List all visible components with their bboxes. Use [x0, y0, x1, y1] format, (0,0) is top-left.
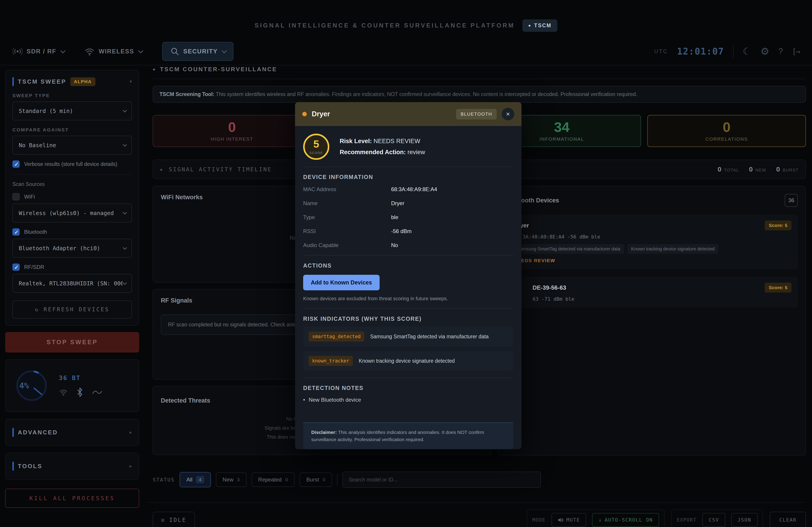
bluetooth-checkbox[interactable]: [12, 228, 20, 236]
clock-time: 12:01:07: [677, 46, 724, 57]
logout-icon[interactable]: [→: [792, 48, 799, 55]
nav-wireless-label: WIRELESS: [99, 48, 134, 55]
statusbar-controls: MODE MUTE ↓ AUTO-SCROLL ON EXPORT CSV JS…: [527, 509, 806, 527]
sweep-progress-card: 4% 36 BT: [5, 359, 139, 412]
filter-repeated[interactable]: Repeated 0: [251, 472, 295, 487]
export-json-button[interactable]: JSON: [731, 513, 758, 527]
search-input[interactable]: [343, 471, 541, 488]
device-score-badge: Score: 5: [765, 283, 792, 292]
score-caption: SCORE: [309, 151, 323, 155]
filter-all[interactable]: All 4: [179, 472, 211, 487]
sweep-type-select[interactable]: Standard (5 min): [12, 102, 132, 120]
stat-label: INFORMATIONAL: [539, 136, 584, 142]
indicator-text: Known tracking device signature detected: [359, 358, 455, 364]
verbose-checkbox[interactable]: [12, 161, 20, 168]
risk-level-label: Risk Level:: [340, 138, 372, 145]
kill-all-processes-button[interactable]: KILL ALL PROCESSES: [5, 489, 139, 508]
filter-label: Burst: [306, 477, 319, 483]
top-banner: SIGNAL INTELLIGENCE & COUNTER SURVEILLAN…: [0, 19, 812, 32]
wifi-adapter-value: Wireless (wlp61s0) - managed: [19, 210, 114, 216]
bullet-icon: •: [303, 397, 305, 403]
accent-bar: [12, 428, 14, 437]
bluetooth-source-row[interactable]: Bluetooth: [12, 228, 132, 236]
device-type-badge: BLUETOOTH: [456, 109, 497, 119]
modal-disclaimer-text: This analysis identifies indicators and …: [311, 430, 484, 442]
filter-burst[interactable]: Burst 0: [300, 472, 332, 487]
tscm-sweep-header[interactable]: TSCM SWEEP ALPHA ▾: [12, 77, 132, 86]
nav-wireless[interactable]: WIRELESS: [84, 47, 142, 56]
advanced-header[interactable]: ADVANCED ▸: [12, 428, 132, 437]
bluetooth-devices-panel: Bluetooth Devices 36 Dryer Score: 5 68:3…: [498, 186, 806, 455]
counter-new-value: 0: [749, 165, 753, 173]
nav-sdr-rf[interactable]: SDR / RF: [13, 46, 64, 56]
modal-disclaimer-bold: Disclaimer:: [311, 430, 337, 435]
info-label: RSSI: [303, 228, 391, 235]
expand-caret-icon[interactable]: ▸: [129, 463, 132, 469]
compare-against-value: No Baseline: [19, 142, 56, 149]
sweep-type-label: SWEEP TYPE: [12, 93, 132, 98]
help-icon[interactable]: ?: [778, 47, 783, 56]
rfsdr-device-select[interactable]: Realtek, RTL2838UHIDIR (SN: 0000: [12, 274, 132, 293]
filter-label: Repeated: [258, 477, 282, 483]
modal-body: 5 SCORE Risk Level: NEEDS REVIEW Recomme…: [295, 126, 521, 449]
device-information-rows: MAC Address68:3A:48:A9:8E:A4 NameDryer T…: [303, 186, 513, 249]
tools-panel: TOOLS ▸: [5, 453, 139, 480]
bluetooth-adapter-select[interactable]: Bluetooth Adapter (hci0): [12, 239, 132, 258]
refresh-devices-button[interactable]: ↻ REFRESH DEVICES: [12, 300, 132, 318]
export-label: EXPORT: [677, 517, 697, 523]
wifi-checkbox[interactable]: [12, 193, 20, 200]
accent-bar: [12, 77, 14, 86]
tscm-dot-icon: ●: [528, 23, 532, 28]
filter-new[interactable]: New 3: [216, 472, 247, 487]
search-icon: [170, 47, 179, 56]
device-detail-modal: Dryer BLUETOOTH × 5 SCORE Risk Level: NE…: [295, 102, 521, 449]
accent-bar: [12, 462, 14, 471]
chevron-down-icon: [222, 48, 227, 54]
page-title: TSCM COUNTER-SURVEILLANCE: [160, 66, 277, 73]
export-csv-button[interactable]: CSV: [702, 513, 725, 527]
autoscroll-toggle[interactable]: ↓ AUTO-SCROLL ON: [592, 513, 659, 527]
disclaimer-bold: TSCM Screening Tool:: [159, 91, 215, 97]
clear-button[interactable]: CLEAR: [770, 512, 806, 527]
nav-security[interactable]: SECURITY: [162, 42, 234, 61]
device-row-2[interactable]: DE-39-56-63 Score: 5 63 -71 dBm ble: [506, 277, 798, 308]
detection-notes-title: DETECTION NOTES: [303, 385, 513, 391]
verbose-label: Verbose results (store full device detai…: [24, 161, 117, 167]
collapse-caret-icon[interactable]: ▾: [129, 79, 132, 85]
filter-count: 4: [196, 476, 204, 483]
status-filter-label: STATUS: [153, 477, 175, 483]
chevron-down-icon: [123, 281, 127, 285]
modal-header: Dryer BLUETOOTH ×: [295, 102, 521, 126]
dark-mode-moon-icon[interactable]: ☾: [742, 46, 751, 56]
indicator-tag: smarttag_detected: [308, 332, 364, 342]
expand-caret-icon[interactable]: ▸: [129, 430, 132, 435]
tscm-sweep-panel: TSCM SWEEP ALPHA ▾ SWEEP TYPE Standard (…: [5, 70, 139, 326]
disclaimer-text: This system identifies wireless and RF a…: [215, 91, 637, 97]
stop-sweep-button[interactable]: STOP SWEEP: [5, 332, 139, 352]
filter-label: New: [223, 477, 233, 483]
indicator-text: Samsung SmartTag detected via manufactur…: [370, 334, 489, 340]
mute-button[interactable]: MUTE: [551, 513, 586, 527]
stat-high-interest: 0 HIGH INTEREST: [153, 115, 311, 147]
verbose-checkbox-row[interactable]: Verbose results (store full device detai…: [12, 161, 132, 168]
wifi-adapter-select[interactable]: Wireless (wlp61s0) - managed: [12, 204, 132, 223]
timeline-counters: 0TOTAL 0NEW 0BURST: [718, 165, 799, 173]
info-value-rssi: -56 dBm: [391, 228, 412, 235]
device-row-dryer[interactable]: Dryer Score: 5 68:3A:48:A9:8E:A4 -56 dBm…: [506, 215, 798, 269]
close-button[interactable]: ×: [502, 108, 514, 120]
timeline-toggle[interactable]: ▸ SIGNAL ACTIVITY TIMELINE: [160, 166, 272, 173]
compare-against-select[interactable]: No Baseline: [12, 136, 132, 155]
nav-divider: [733, 45, 734, 58]
score-value: 5: [313, 139, 319, 149]
wifi-source-row[interactable]: WiFi: [12, 193, 132, 200]
add-to-known-devices-button[interactable]: Add to Known Devices: [303, 275, 380, 290]
tools-header[interactable]: TOOLS ▸: [12, 462, 132, 471]
info-label: MAC Address: [303, 186, 391, 193]
device-tag: Known tracking device signature detected: [627, 244, 718, 254]
rf-wave-icon: [92, 389, 103, 395]
rfsdr-source-row[interactable]: RF/SDR: [12, 264, 132, 271]
rfsdr-checkbox[interactable]: [12, 264, 20, 271]
bluetooth-source-label: Bluetooth: [24, 229, 47, 235]
rfsdr-device-value: Realtek, RTL2838UHIDIR (SN: 0000: [19, 280, 123, 287]
settings-gear-icon[interactable]: ⚙: [760, 46, 769, 56]
